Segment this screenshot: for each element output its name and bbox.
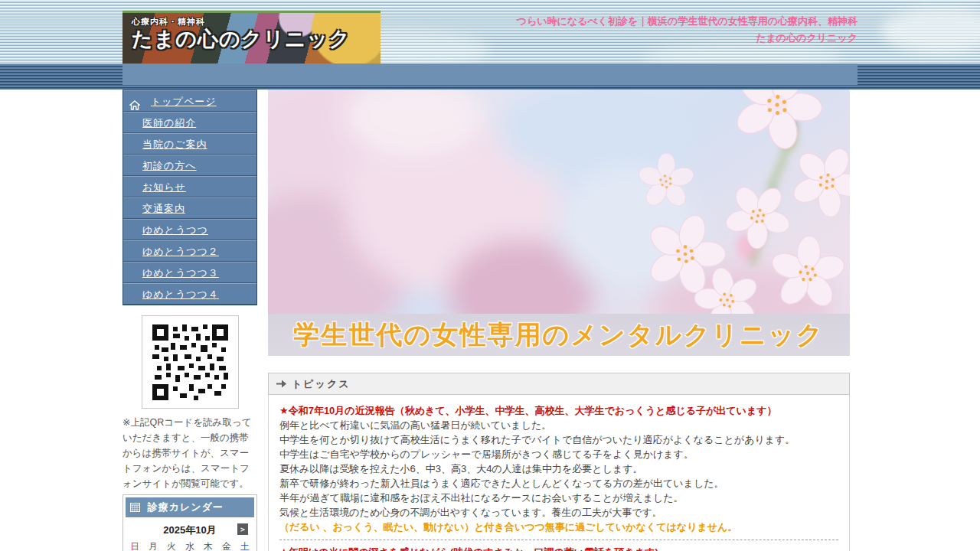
logo-subtitle: 心療内科・精神科 [132, 16, 373, 28]
sidebar-item-label: お知らせ [142, 181, 186, 193]
header-solid-bar [122, 64, 858, 85]
sidebar-item-yume-4[interactable]: ゆめとうつつ４ [123, 283, 256, 305]
cherry-blossom-hero-image [268, 90, 850, 314]
calendar-month-row: 2025年10月 ＞ [126, 523, 254, 537]
sidebar-item-label: ゆめとうつつ２ [142, 246, 219, 257]
sidebar-item-label: トップページ [151, 96, 217, 107]
sidebar-item-yume-1[interactable]: ゆめとうつつ [123, 219, 256, 240]
cloud-decoration [880, 8, 980, 54]
sidebar-item-label: 当院のご案内 [142, 139, 207, 150]
sidebar-item-label: ゆめとうつつ３ [142, 267, 219, 279]
tagline-line2: たまの心のクリニック [517, 30, 858, 47]
hero-heading: 学生世代の女性専用のメンタルクリニック [294, 318, 825, 353]
weekday-mon: 月 [144, 540, 162, 551]
next-month-button[interactable]: ＞ [237, 523, 248, 535]
sidebar-item-yume-2[interactable]: ゆめとうつつ２ [123, 240, 256, 262]
topic-line: 半年が過ぎて職場に違和感をおぼえ不出社になるケースにお会いすることが増えました。 [279, 491, 838, 505]
topic-line: 中学生を何とか切り抜けて高校生活にうまく移れた子でバイトで自信がついたり適応がよ… [279, 432, 838, 447]
weekday-sat: 土 [236, 540, 254, 551]
topics-header-label: トピックス [292, 377, 351, 391]
calendar-title: 診療カレンダー [148, 501, 224, 513]
calendar-header: 診療カレンダー [126, 497, 254, 517]
sidebar-item-news[interactable]: お知らせ [123, 176, 256, 197]
weekday-thu: 木 [199, 540, 217, 551]
page: 心療内科・精神科 たまの心のクリニック つらい時になるべく初診を｜横浜の学生世代… [0, 0, 980, 551]
dotted-divider [279, 540, 838, 540]
topics-header-bar: トピックス [268, 373, 850, 395]
topic-line: 夏休み以降は受験を控えた小6、中3、高3、大4の人達は集中力を必要とします。 [279, 461, 838, 476]
calendar-icon [130, 503, 140, 512]
tagline-line1: つらい時になるべく初診を｜横浜の学生世代の女性専用の心療内科、精神科 [517, 13, 858, 30]
calendar-weekday-row: 日 月 火 水 木 金 土 [126, 540, 254, 551]
weekday-tue: 火 [162, 540, 181, 551]
clinic-calendar: 診療カレンダー 2025年10月 ＞ 日 月 火 水 木 金 土 1 2 [122, 494, 257, 551]
sidebar-item-first-visit[interactable]: 初診の方へ [123, 155, 256, 176]
logo-title: たまの心のクリニック [132, 28, 373, 51]
calendar-month-label: 2025年10月 [163, 524, 216, 536]
topic-line: 中学生はご自宅や学校からのプレッシャーで居場所がきつく感じてる子をよく見かけます… [279, 447, 838, 461]
sidebar-item-yume-3[interactable]: ゆめとうつつ３ [123, 262, 256, 283]
qr-note-text: ※上記QRコードを読み取っていただきますと、一般の携帯からは携帯サイトが、スマー… [122, 415, 256, 491]
main-content: 学生世代の女性専用のメンタルクリニック トピックス ★令和7年10月の近況報告（… [268, 90, 850, 551]
sidebar-item-access[interactable]: 交通案内 [123, 197, 256, 219]
qr-code [142, 315, 239, 409]
arrow-right-icon [276, 380, 286, 388]
sidebar-item-top-page[interactable]: トップページ [123, 90, 256, 112]
sidebar-menu: トップページ 医師の紹介 当院のご案内 初診の方へ お知らせ 交通案内 ゆめとう… [122, 90, 257, 305]
topics-content: ★令和7年10月の近況報告（秋めきて、小学生、中学生、高校生、大学生でおっくうと… [268, 395, 850, 551]
sidebar-item-label: 初診の方へ [142, 160, 197, 171]
topic-line: 例年と比べて桁違いに気温の高い猛暑日が続いていました。 [279, 418, 838, 432]
weekday-sun: 日 [126, 540, 144, 551]
topic-line: 気候と生活環境のため心身の不調が出やすくなっています。養生の工夫が大事です。 [279, 505, 838, 520]
weekday-wed: 水 [181, 540, 199, 551]
hero-heading-band: 学生世代の女性専用のメンタルクリニック [268, 314, 850, 356]
sidebar-item-about[interactable]: 当院のご案内 [123, 133, 256, 155]
sidebar-item-doctor[interactable]: 医師の紹介 [123, 112, 256, 133]
topic-line: 新卒で研修が終わった新入社員はうまく適応できた人としんどくなってる方の差が出てい… [279, 476, 838, 491]
topic-title: ★年明けの光に闇の深さを感じながら(時代のすさみか、口調の荒い電話を頂きます) [279, 545, 838, 551]
sidebar-item-label: ゆめとうつつ [142, 224, 208, 236]
clinic-logo[interactable]: 心療内科・精神科 たまの心のクリニック [122, 11, 381, 64]
weekday-fri: 金 [217, 540, 236, 551]
topic-highlight-line: （だるい 、おっくう、眠たい、動けない）と付き合いつつ無事に過ごしていかなくては… [279, 520, 838, 534]
sidebar: トップページ 医師の紹介 当院のご案内 初診の方へ お知らせ 交通案内 ゆめとう… [122, 90, 257, 551]
header-tagline: つらい時になるべく初診を｜横浜の学生世代の女性専用の心療内科、精神科 たまの心の… [517, 13, 858, 47]
sidebar-item-label: 医師の紹介 [142, 117, 196, 129]
sidebar-item-label: ゆめとうつつ４ [142, 289, 219, 300]
sidebar-item-label: 交通案内 [142, 203, 185, 214]
topic-title: ★令和7年10月の近況報告（秋めきて、小学生、中学生、高校生、大学生でおっくうと… [279, 403, 838, 418]
